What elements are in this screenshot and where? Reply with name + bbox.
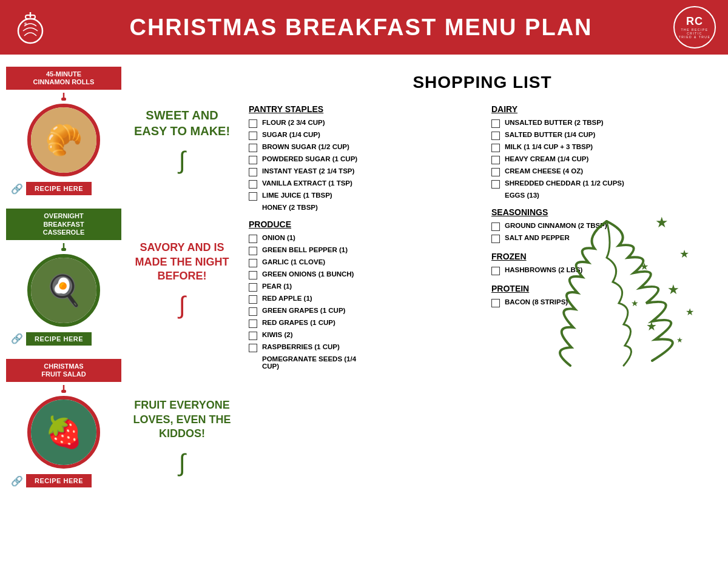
svg-text:★: ★ <box>686 307 694 317</box>
ornament-container-2: 🍳 <box>6 243 121 327</box>
checkbox-vanilla[interactable] <box>249 180 257 189</box>
swirl-1: ∫ <box>179 148 186 172</box>
item-powdered-sugar: POWDERED SUGAR (1 CUP) <box>249 155 473 164</box>
item-eggs: EGGS (13) <box>491 192 716 199</box>
section-dairy-header: DAIRY <box>491 104 716 114</box>
svg-point-2 <box>18 19 42 43</box>
checkbox-hashbrowns[interactable] <box>491 267 500 275</box>
checkbox-flour[interactable] <box>249 119 257 128</box>
ornament-image-1: 🥐 <box>27 104 100 176</box>
svg-text:★: ★ <box>679 248 689 260</box>
checkbox-red-apple[interactable] <box>249 295 257 304</box>
checkbox-instant-yeast[interactable] <box>249 168 257 176</box>
item-flour: FLOUR (2 3/4 CUP) <box>249 119 473 128</box>
recipe-link-row-3: 🔗 RECIPE HERE <box>6 472 121 490</box>
ornament-top-3 <box>58 385 70 396</box>
shopping-list-section: SHOPPING LIST PANTRY STAPLES FLOUR (2 3/… <box>237 67 728 515</box>
item-honey: HONEY (2 TBSP) <box>249 204 473 211</box>
ornament-image-2: 🍳 <box>27 254 100 327</box>
callout-1: SWEET ANDEASY TO MAKE! <box>131 95 233 151</box>
callout-3: FRUIT EVERYONELOVES, EVEN THEKIDDOS! <box>130 386 234 453</box>
christmas-tree-decoration: ★ ★ ★ ★ ★ ★ ★ ★ <box>534 209 704 367</box>
checkbox-lime-juice[interactable] <box>249 192 257 201</box>
ornament-container-1: 🥐 <box>6 93 121 176</box>
item-raspberries: RASPBERRIES (1 CUP) <box>249 343 473 352</box>
recipe-link-1[interactable]: RECIPE HERE <box>26 182 92 195</box>
checkbox-brown-sugar[interactable] <box>249 144 257 152</box>
recipe-link-row-1: 🔗 RECIPE HERE <box>6 179 121 198</box>
ornament-icon <box>12 9 49 45</box>
checkbox-red-grapes[interactable] <box>249 319 257 328</box>
checkbox-sugar[interactable] <box>249 132 257 140</box>
svg-rect-6 <box>61 248 66 251</box>
checkbox-shredded-cheddar[interactable] <box>491 180 500 189</box>
checkbox-unsalted-butter[interactable] <box>491 119 500 128</box>
item-lime-juice: LIME JUICE (1 TBSP) <box>249 192 473 201</box>
link-icon-3: 🔗 <box>11 475 23 487</box>
checkbox-salt-pepper[interactable] <box>491 235 500 243</box>
header-title: CHRISTMAS BREAKFAST MENU PLAN <box>49 15 673 41</box>
checkbox-ground-cinnamon[interactable] <box>491 222 500 231</box>
header: CHRISTMAS BREAKFAST MENU PLAN RC THE REC… <box>0 0 728 55</box>
ornament-image-3: 🍓 <box>27 396 100 469</box>
svg-point-3 <box>24 22 27 25</box>
item-instant-yeast: INSTANT YEAST (2 1/4 TSP) <box>249 167 473 176</box>
checkbox-green-grapes[interactable] <box>249 307 257 316</box>
callout-block-2: SAVORY AND ISMADE THE NIGHTBEFORE! ∫ <box>127 194 237 352</box>
ornament-top-2 <box>58 243 70 254</box>
svg-rect-4 <box>61 98 66 101</box>
recipe-label-3: CHRISTMASFRUIT SALAD <box>6 359 121 382</box>
callout-block-3: FRUIT EVERYONELOVES, EVEN THEKIDDOS! ∫ <box>127 352 237 509</box>
checkbox-bacon[interactable] <box>491 299 500 307</box>
section-pantry-header: PANTRY STAPLES <box>249 104 473 114</box>
checkbox-kiwis[interactable] <box>249 332 257 340</box>
item-milk: MILK (1 1/4 CUP + 3 TBSP) <box>491 143 716 152</box>
checkbox-cream-cheese[interactable] <box>491 168 500 176</box>
ornament-container-3: 🍓 <box>6 385 121 469</box>
checkbox-green-onions[interactable] <box>249 271 257 279</box>
item-sugar: SUGAR (1/4 CUP) <box>249 131 473 140</box>
checkbox-pear[interactable] <box>249 283 257 292</box>
shopping-left-col: PANTRY STAPLES FLOUR (2 3/4 CUP) SUGAR (… <box>249 104 473 373</box>
checkbox-salted-butter[interactable] <box>491 132 500 140</box>
recipe-card-cinnamon-rolls: 45-MINUTECINNAMON ROLLS 🥐 🔗 RECIPE HERE <box>6 67 121 202</box>
recipe-link-row-2: 🔗 RECIPE HERE <box>6 330 121 348</box>
section-produce-header: PRODUCE <box>249 219 473 229</box>
checkbox-onion[interactable] <box>249 235 257 243</box>
main-content: 45-MINUTECINNAMON ROLLS 🥐 🔗 RECIPE HERE <box>0 55 728 527</box>
item-pomegranate: POMEGRANATE SEEDS (1/4CUP) <box>249 355 473 370</box>
checkbox-heavy-cream[interactable] <box>491 156 500 164</box>
middle-callouts: SWEET ANDEASY TO MAKE! ∫ SAVORY AND ISMA… <box>127 67 237 515</box>
checkbox-garlic[interactable] <box>249 259 257 267</box>
recipe-link-2[interactable]: RECIPE HERE <box>26 332 92 346</box>
item-kiwis: KIWIS (2) <box>249 331 473 340</box>
recipe-card-fruit-salad: CHRISTMASFRUIT SALAD 🍓 🔗 RECIPE HERE <box>6 359 121 495</box>
swirl-3: ∫ <box>179 450 186 475</box>
item-green-onions: GREEN ONIONS (1 BUNCH) <box>249 270 473 279</box>
item-red-apple: RED APPLE (1) <box>249 295 473 304</box>
item-red-grapes: RED GRAPES (1 CUP) <box>249 319 473 328</box>
swirl-2: ∫ <box>179 293 186 317</box>
svg-text:★: ★ <box>631 298 639 308</box>
item-cream-cheese: CREAM CHEESE (4 OZ) <box>491 167 716 176</box>
checkbox-green-bell-pepper[interactable] <box>249 247 257 255</box>
checkbox-milk[interactable] <box>491 144 500 152</box>
checkbox-raspberries[interactable] <box>249 344 257 352</box>
recipe-link-3[interactable]: RECIPE HERE <box>26 474 92 487</box>
recipe-card-casserole: OVERNIGHTBREAKFASTCASSEROLE 🍳 🔗 RECIPE H… <box>6 209 121 353</box>
item-onion: ONION (1) <box>249 234 473 243</box>
item-brown-sugar: BROWN SUGAR (1/2 CUP) <box>249 143 473 152</box>
recipe-label-1: 45-MINUTECINNAMON ROLLS <box>6 67 121 90</box>
item-shredded-cheddar: SHREDDED CHEDDAR (1 1/2 CUPS) <box>491 179 716 189</box>
checkbox-powdered-sugar[interactable] <box>249 156 257 164</box>
item-green-bell-pepper: GREEN BELL PEPPER (1) <box>249 246 473 255</box>
callout-block-1: SWEET ANDEASY TO MAKE! ∫ <box>127 73 237 194</box>
shopping-right-col: DAIRY UNSALTED BUTTER (2 TBSP) SALTED BU… <box>491 104 716 373</box>
item-pear: PEAR (1) <box>249 283 473 292</box>
sidebar: 45-MINUTECINNAMON ROLLS 🥐 🔗 RECIPE HERE <box>0 67 127 515</box>
ornament-top-1 <box>58 93 70 104</box>
svg-text:★: ★ <box>655 214 669 230</box>
svg-rect-8 <box>61 390 66 393</box>
item-heavy-cream: HEAVY CREAM (1/4 CUP) <box>491 155 716 164</box>
logo: RC THE RECIPE CRITIC TRIED & TRUE <box>673 6 716 49</box>
